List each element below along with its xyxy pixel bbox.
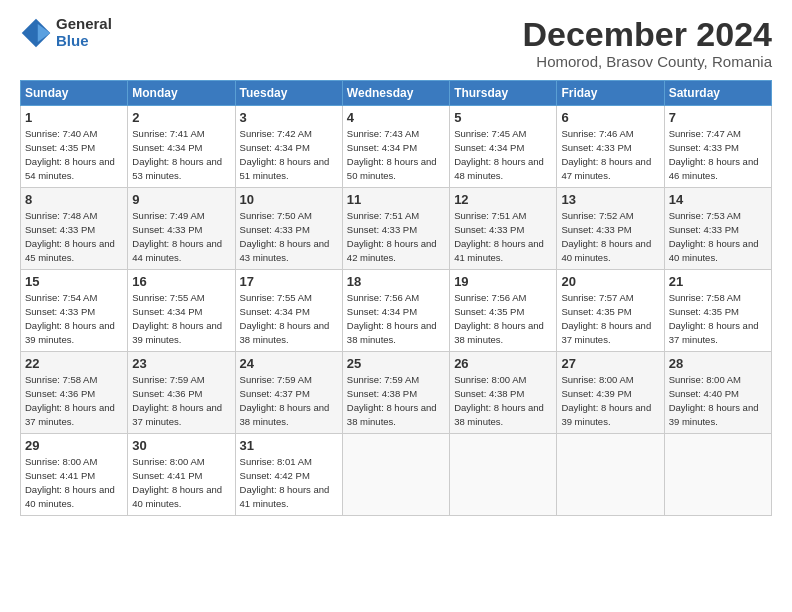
calendar-cell <box>664 434 771 516</box>
day-number: 4 <box>347 110 445 125</box>
header: General Blue December 2024 Homorod, Bras… <box>20 16 772 70</box>
cell-content: Sunrise: 7:41 AMSunset: 4:34 PMDaylight:… <box>132 128 222 180</box>
cell-content: Sunrise: 7:59 AMSunset: 4:37 PMDaylight:… <box>240 374 330 426</box>
calendar-cell: 29Sunrise: 8:00 AMSunset: 4:41 PMDayligh… <box>21 434 128 516</box>
calendar-cell: 19Sunrise: 7:56 AMSunset: 4:35 PMDayligh… <box>450 270 557 352</box>
calendar-cell: 26Sunrise: 8:00 AMSunset: 4:38 PMDayligh… <box>450 352 557 434</box>
cell-content: Sunrise: 8:00 AMSunset: 4:40 PMDaylight:… <box>669 374 759 426</box>
cell-content: Sunrise: 7:47 AMSunset: 4:33 PMDaylight:… <box>669 128 759 180</box>
calendar-cell: 22Sunrise: 7:58 AMSunset: 4:36 PMDayligh… <box>21 352 128 434</box>
cell-content: Sunrise: 7:45 AMSunset: 4:34 PMDaylight:… <box>454 128 544 180</box>
calendar-cell <box>450 434 557 516</box>
logo-icon <box>20 17 52 49</box>
day-number: 8 <box>25 192 123 207</box>
cell-content: Sunrise: 7:58 AMSunset: 4:36 PMDaylight:… <box>25 374 115 426</box>
day-number: 5 <box>454 110 552 125</box>
week-row-5: 29Sunrise: 8:00 AMSunset: 4:41 PMDayligh… <box>21 434 772 516</box>
day-number: 9 <box>132 192 230 207</box>
calendar-cell: 20Sunrise: 7:57 AMSunset: 4:35 PMDayligh… <box>557 270 664 352</box>
cell-content: Sunrise: 7:51 AMSunset: 4:33 PMDaylight:… <box>347 210 437 262</box>
page: General Blue December 2024 Homorod, Bras… <box>0 0 792 526</box>
day-number: 21 <box>669 274 767 289</box>
calendar-cell: 12Sunrise: 7:51 AMSunset: 4:33 PMDayligh… <box>450 188 557 270</box>
day-number: 12 <box>454 192 552 207</box>
calendar-cell: 11Sunrise: 7:51 AMSunset: 4:33 PMDayligh… <box>342 188 449 270</box>
cell-content: Sunrise: 7:59 AMSunset: 4:38 PMDaylight:… <box>347 374 437 426</box>
cell-content: Sunrise: 7:59 AMSunset: 4:36 PMDaylight:… <box>132 374 222 426</box>
calendar-cell: 21Sunrise: 7:58 AMSunset: 4:35 PMDayligh… <box>664 270 771 352</box>
calendar-cell: 30Sunrise: 8:00 AMSunset: 4:41 PMDayligh… <box>128 434 235 516</box>
cell-content: Sunrise: 8:00 AMSunset: 4:38 PMDaylight:… <box>454 374 544 426</box>
day-number: 2 <box>132 110 230 125</box>
calendar-cell <box>342 434 449 516</box>
day-number: 31 <box>240 438 338 453</box>
day-number: 15 <box>25 274 123 289</box>
cell-content: Sunrise: 7:52 AMSunset: 4:33 PMDaylight:… <box>561 210 651 262</box>
header-row: Sunday Monday Tuesday Wednesday Thursday… <box>21 81 772 106</box>
calendar-cell: 13Sunrise: 7:52 AMSunset: 4:33 PMDayligh… <box>557 188 664 270</box>
week-row-3: 15Sunrise: 7:54 AMSunset: 4:33 PMDayligh… <box>21 270 772 352</box>
header-friday: Friday <box>557 81 664 106</box>
day-number: 16 <box>132 274 230 289</box>
day-number: 7 <box>669 110 767 125</box>
day-number: 18 <box>347 274 445 289</box>
cell-content: Sunrise: 8:00 AMSunset: 4:41 PMDaylight:… <box>25 456 115 508</box>
header-saturday: Saturday <box>664 81 771 106</box>
day-number: 1 <box>25 110 123 125</box>
header-thursday: Thursday <box>450 81 557 106</box>
day-number: 24 <box>240 356 338 371</box>
day-number: 19 <box>454 274 552 289</box>
logo: General Blue <box>20 16 112 49</box>
cell-content: Sunrise: 7:56 AMSunset: 4:34 PMDaylight:… <box>347 292 437 344</box>
cell-content: Sunrise: 8:01 AMSunset: 4:42 PMDaylight:… <box>240 456 330 508</box>
header-sunday: Sunday <box>21 81 128 106</box>
day-number: 17 <box>240 274 338 289</box>
calendar-cell: 7Sunrise: 7:47 AMSunset: 4:33 PMDaylight… <box>664 106 771 188</box>
cell-content: Sunrise: 7:58 AMSunset: 4:35 PMDaylight:… <box>669 292 759 344</box>
cell-content: Sunrise: 7:51 AMSunset: 4:33 PMDaylight:… <box>454 210 544 262</box>
logo-text: General Blue <box>56 16 112 49</box>
day-number: 11 <box>347 192 445 207</box>
day-number: 6 <box>561 110 659 125</box>
calendar-cell: 23Sunrise: 7:59 AMSunset: 4:36 PMDayligh… <box>128 352 235 434</box>
calendar-cell: 24Sunrise: 7:59 AMSunset: 4:37 PMDayligh… <box>235 352 342 434</box>
calendar-cell: 4Sunrise: 7:43 AMSunset: 4:34 PMDaylight… <box>342 106 449 188</box>
cell-content: Sunrise: 7:43 AMSunset: 4:34 PMDaylight:… <box>347 128 437 180</box>
calendar-table: Sunday Monday Tuesday Wednesday Thursday… <box>20 80 772 516</box>
calendar-cell: 3Sunrise: 7:42 AMSunset: 4:34 PMDaylight… <box>235 106 342 188</box>
week-row-2: 8Sunrise: 7:48 AMSunset: 4:33 PMDaylight… <box>21 188 772 270</box>
header-monday: Monday <box>128 81 235 106</box>
week-row-1: 1Sunrise: 7:40 AMSunset: 4:35 PMDaylight… <box>21 106 772 188</box>
day-number: 10 <box>240 192 338 207</box>
cell-content: Sunrise: 7:55 AMSunset: 4:34 PMDaylight:… <box>132 292 222 344</box>
calendar-cell <box>557 434 664 516</box>
header-tuesday: Tuesday <box>235 81 342 106</box>
calendar-cell: 9Sunrise: 7:49 AMSunset: 4:33 PMDaylight… <box>128 188 235 270</box>
day-number: 27 <box>561 356 659 371</box>
calendar-cell: 18Sunrise: 7:56 AMSunset: 4:34 PMDayligh… <box>342 270 449 352</box>
calendar-cell: 31Sunrise: 8:01 AMSunset: 4:42 PMDayligh… <box>235 434 342 516</box>
cell-content: Sunrise: 7:54 AMSunset: 4:33 PMDaylight:… <box>25 292 115 344</box>
cell-content: Sunrise: 7:49 AMSunset: 4:33 PMDaylight:… <box>132 210 222 262</box>
cell-content: Sunrise: 7:50 AMSunset: 4:33 PMDaylight:… <box>240 210 330 262</box>
cell-content: Sunrise: 7:53 AMSunset: 4:33 PMDaylight:… <box>669 210 759 262</box>
cell-content: Sunrise: 7:40 AMSunset: 4:35 PMDaylight:… <box>25 128 115 180</box>
cell-content: Sunrise: 7:48 AMSunset: 4:33 PMDaylight:… <box>25 210 115 262</box>
day-number: 13 <box>561 192 659 207</box>
day-number: 23 <box>132 356 230 371</box>
title-block: December 2024 Homorod, Brasov County, Ro… <box>522 16 772 70</box>
day-number: 29 <box>25 438 123 453</box>
cell-content: Sunrise: 7:46 AMSunset: 4:33 PMDaylight:… <box>561 128 651 180</box>
calendar-cell: 6Sunrise: 7:46 AMSunset: 4:33 PMDaylight… <box>557 106 664 188</box>
day-number: 20 <box>561 274 659 289</box>
calendar-cell: 14Sunrise: 7:53 AMSunset: 4:33 PMDayligh… <box>664 188 771 270</box>
day-number: 30 <box>132 438 230 453</box>
logo-general-text: General <box>56 16 112 33</box>
cell-content: Sunrise: 7:42 AMSunset: 4:34 PMDaylight:… <box>240 128 330 180</box>
calendar-subtitle: Homorod, Brasov County, Romania <box>522 53 772 70</box>
calendar-cell: 8Sunrise: 7:48 AMSunset: 4:33 PMDaylight… <box>21 188 128 270</box>
calendar-cell: 1Sunrise: 7:40 AMSunset: 4:35 PMDaylight… <box>21 106 128 188</box>
calendar-cell: 28Sunrise: 8:00 AMSunset: 4:40 PMDayligh… <box>664 352 771 434</box>
cell-content: Sunrise: 8:00 AMSunset: 4:39 PMDaylight:… <box>561 374 651 426</box>
cell-content: Sunrise: 7:55 AMSunset: 4:34 PMDaylight:… <box>240 292 330 344</box>
